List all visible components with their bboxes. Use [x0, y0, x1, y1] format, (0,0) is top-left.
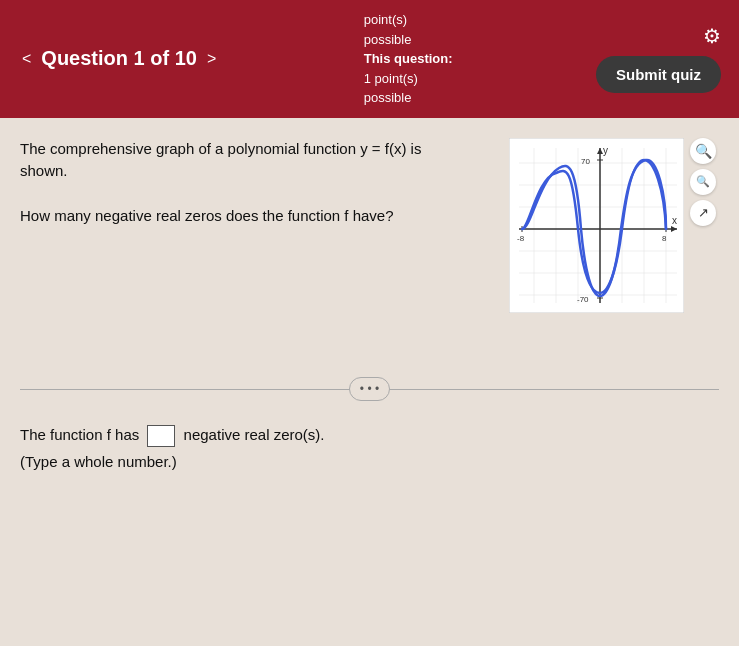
svg-rect-0 — [509, 138, 684, 313]
question-line1: The comprehensive graph of a polynomial … — [20, 138, 421, 161]
answer-input-box[interactable] — [147, 425, 175, 447]
svg-text:x: x — [672, 215, 677, 226]
graph: x y -8 8 70 -70 — [509, 138, 684, 313]
expand-button[interactable]: ↗ — [690, 200, 716, 226]
answer-hint: (Type a whole number.) — [20, 453, 177, 470]
question-label: Question 1 of 10 — [41, 47, 197, 70]
svg-text:-8: -8 — [517, 234, 525, 243]
points-info: point(s) possible This question: 1 point… — [364, 10, 453, 108]
header: < Question 1 of 10 > point(s) possible T… — [0, 0, 739, 118]
graph-tools: 🔍 🔍 ↗ — [690, 138, 716, 226]
settings-icon[interactable]: ⚙ — [703, 24, 721, 48]
svg-text:8: 8 — [662, 234, 667, 243]
zoom-out-button[interactable]: 🔍 — [690, 169, 716, 195]
divider: • • • — [20, 377, 719, 401]
question-area: The comprehensive graph of a polynomial … — [20, 138, 719, 317]
zoom-in-button[interactable]: 🔍 — [690, 138, 716, 164]
nav-question: < Question 1 of 10 > — [18, 46, 220, 72]
svg-text:70: 70 — [581, 157, 590, 166]
question-line3: How many negative real zeros does the fu… — [20, 205, 421, 228]
submit-quiz-button[interactable]: Submit quiz — [596, 56, 721, 93]
question-text: The comprehensive graph of a polynomial … — [20, 138, 421, 228]
answer-prefix: The function f has — [20, 426, 139, 443]
prev-arrow[interactable]: < — [18, 46, 35, 72]
header-right: ⚙ Submit quiz — [596, 24, 721, 93]
svg-text:-70: -70 — [577, 295, 589, 304]
graph-wrapper: x y -8 8 70 -70 — [509, 138, 684, 317]
question-line2: shown. — [20, 160, 421, 183]
main-content: The comprehensive graph of a polynomial … — [0, 118, 739, 647]
answer-suffix: negative real zero(s). — [184, 426, 325, 443]
answer-area: The function f has negative real zero(s)… — [20, 421, 719, 475]
next-arrow[interactable]: > — [203, 46, 220, 72]
svg-text:y: y — [603, 145, 608, 156]
divider-dots[interactable]: • • • — [349, 377, 390, 401]
